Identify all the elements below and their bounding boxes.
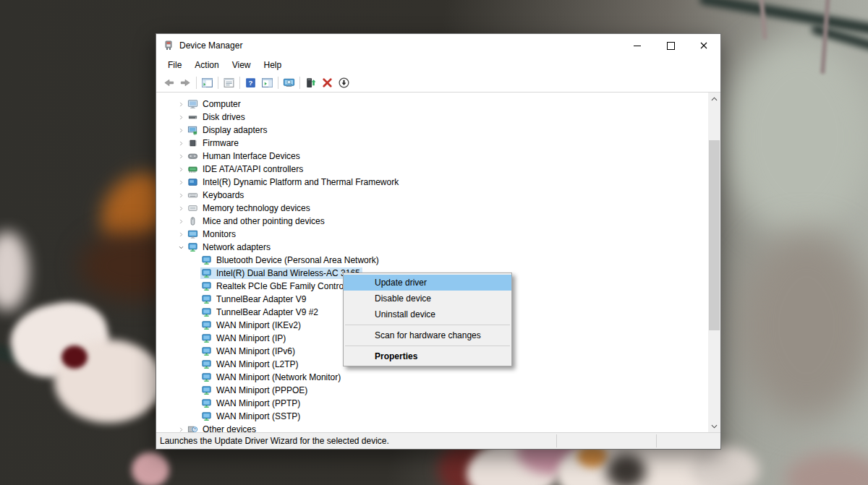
- tree-item-wan-miniport-pppoe[interactable]: WAN Miniport (PPPOE): [156, 384, 708, 397]
- tree-item-computer[interactable]: Computer: [156, 98, 708, 111]
- disable-device-button[interactable]: [336, 74, 352, 91]
- close-button[interactable]: [687, 34, 720, 57]
- tree-item-label: Network adapters: [203, 242, 271, 252]
- tree-item-body: WAN Miniport (IKEv2): [200, 319, 303, 331]
- maximize-button[interactable]: [654, 34, 687, 57]
- chevron-collapsed-icon[interactable]: [175, 176, 187, 188]
- tree-item-body: WAN Miniport (IPv6): [200, 345, 297, 357]
- network-adapter-icon: [201, 255, 213, 265]
- properties-button[interactable]: [221, 74, 237, 91]
- uninstall-device-button[interactable]: [319, 74, 336, 91]
- back-button[interactable]: [161, 74, 177, 91]
- forward-icon: [179, 77, 192, 89]
- statusbar-divider: [656, 434, 657, 447]
- tree-item-display-adapters[interactable]: Display adapters: [156, 124, 708, 137]
- tree-item-body: Firmware: [187, 137, 241, 149]
- chevron-collapsed-icon[interactable]: [175, 228, 187, 240]
- toolbar-separator: [196, 77, 197, 89]
- remote-computer-icon: [283, 77, 295, 89]
- toolbar-separator: [278, 77, 278, 89]
- vertical-scrollbar[interactable]: [708, 93, 720, 432]
- tree-item-body: Intel(R) Dual Band Wireless-AC 3165: [200, 267, 362, 279]
- chevron-collapsed-icon[interactable]: [175, 202, 187, 214]
- menu-help[interactable]: Help: [258, 59, 289, 72]
- mouse-icon: [187, 216, 199, 226]
- scroll-down-button[interactable]: [708, 420, 720, 432]
- svg-text:?: ?: [249, 79, 253, 87]
- scrollbar-thumb[interactable]: [709, 140, 720, 330]
- tree-item-bluetooth-device-personal-area-network[interactable]: Bluetooth Device (Personal Area Network): [156, 254, 708, 267]
- tree-item-wan-miniport-network-monitor[interactable]: WAN Miniport (Network Monitor): [156, 371, 708, 384]
- tree-item-monitors[interactable]: Monitors: [156, 228, 708, 241]
- toolbar-separator: [218, 77, 218, 89]
- help-button[interactable]: ?: [242, 74, 259, 91]
- tree-item-wan-miniport-sstp[interactable]: WAN Miniport (SSTP): [156, 410, 708, 423]
- show-console-tree-button[interactable]: [199, 74, 216, 91]
- context-menu-item-scan-for-hardware-changes[interactable]: Scan for hardware changes: [344, 327, 511, 343]
- blossom-shadow: [606, 454, 646, 485]
- tree-item-disk-drives[interactable]: Disk drives: [156, 111, 708, 124]
- tree-item-label: Human Interface Devices: [203, 151, 300, 161]
- chevron-down-icon: [711, 424, 718, 429]
- chevron-collapsed-icon[interactable]: [175, 137, 187, 149]
- chevron-collapsed-icon[interactable]: [175, 215, 187, 227]
- chevron-spacer: [189, 280, 200, 292]
- context-menu-item-disable-device[interactable]: Disable device: [344, 291, 511, 306]
- toolbar-separator: [299, 77, 300, 89]
- context-menu-item-properties[interactable]: Properties: [344, 348, 511, 364]
- tree-item-body: IDE ATA/ATAPI controllers: [187, 163, 305, 175]
- tree-item-label: Bluetooth Device (Personal Area Network): [216, 255, 379, 265]
- menu-view[interactable]: View: [226, 59, 258, 72]
- tree-item-label: WAN Miniport (L2TP): [216, 359, 299, 369]
- chevron-collapsed-icon[interactable]: [175, 150, 187, 162]
- display-adapter-icon: [187, 125, 199, 135]
- minimize-button[interactable]: [621, 34, 654, 57]
- menu-bar: FileActionViewHelp: [156, 57, 720, 73]
- tree-item-body: WAN Miniport (Network Monitor): [200, 372, 343, 383]
- scroll-up-button[interactable]: [708, 93, 720, 105]
- context-menu-item-update-driver[interactable]: Update driver: [344, 275, 511, 291]
- chevron-collapsed-icon[interactable]: [175, 111, 187, 123]
- tree-item-label: Display adapters: [203, 125, 267, 135]
- tree-item-wan-miniport-pptp[interactable]: WAN Miniport (PPTP): [156, 397, 708, 410]
- menu-file[interactable]: File: [161, 59, 188, 72]
- tree-item-body: WAN Miniport (L2TP): [200, 359, 301, 370]
- chevron-collapsed-icon[interactable]: [175, 124, 187, 136]
- menu-action[interactable]: Action: [188, 59, 225, 72]
- chevron-collapsed-icon[interactable]: [175, 189, 187, 201]
- ide-controller-icon: [187, 164, 199, 174]
- device-manager-window: Device Manager FileActionViewHelp ? Comp…: [156, 33, 721, 450]
- context-menu-item-uninstall-device[interactable]: Uninstall device: [344, 306, 511, 322]
- action-pane-button[interactable]: [259, 74, 276, 91]
- tree-item-mice-and-other-pointing-devices[interactable]: Mice and other pointing devices: [156, 215, 708, 228]
- network-adapter-icon: [187, 242, 199, 252]
- tree-item-other-devices[interactable]: ?Other devices: [156, 423, 708, 432]
- keyboard-icon: [187, 190, 199, 200]
- tree-item-intel-r-dynamic-platform-and-thermal-framework[interactable]: Intel(R) Dynamic Platform and Thermal Fr…: [156, 176, 708, 189]
- window-controls: [621, 34, 720, 57]
- title-bar[interactable]: Device Manager: [156, 34, 720, 57]
- chevron-collapsed-icon[interactable]: [175, 98, 187, 110]
- tree-item-firmware[interactable]: Firmware: [156, 137, 708, 150]
- context-menu: Update driverDisable deviceUninstall dev…: [343, 272, 512, 366]
- tree-item-keyboards[interactable]: Keyboards: [156, 189, 708, 202]
- remote-computer-button[interactable]: [281, 74, 297, 91]
- chevron-collapsed-icon[interactable]: [175, 424, 187, 432]
- chevron-collapsed-icon[interactable]: [175, 163, 187, 175]
- tree-item-network-adapters[interactable]: Network adapters: [156, 241, 708, 254]
- tree-item-memory-technology-devices[interactable]: Memory technology devices: [156, 202, 708, 215]
- toolbar: ?: [156, 73, 720, 93]
- tree-item-ide-ata-atapi-controllers[interactable]: IDE ATA/ATAPI controllers: [156, 163, 708, 176]
- tree-item-human-interface-devices[interactable]: Human Interface Devices: [156, 150, 708, 163]
- chevron-expanded-icon[interactable]: [175, 241, 187, 253]
- network-adapter-icon: [201, 385, 213, 395]
- context-menu-separator: [345, 345, 510, 346]
- update-driver-button[interactable]: [302, 74, 319, 91]
- tree-item-body: Keyboards: [187, 189, 246, 201]
- tree-item-body: WAN Miniport (IP): [200, 332, 288, 344]
- forward-button[interactable]: [177, 74, 194, 91]
- tree-item-body: WAN Miniport (SSTP): [200, 411, 302, 422]
- statusbar-divider: [556, 434, 557, 447]
- show-console-tree-icon: [201, 77, 213, 89]
- device-manager-app-icon: [163, 40, 174, 51]
